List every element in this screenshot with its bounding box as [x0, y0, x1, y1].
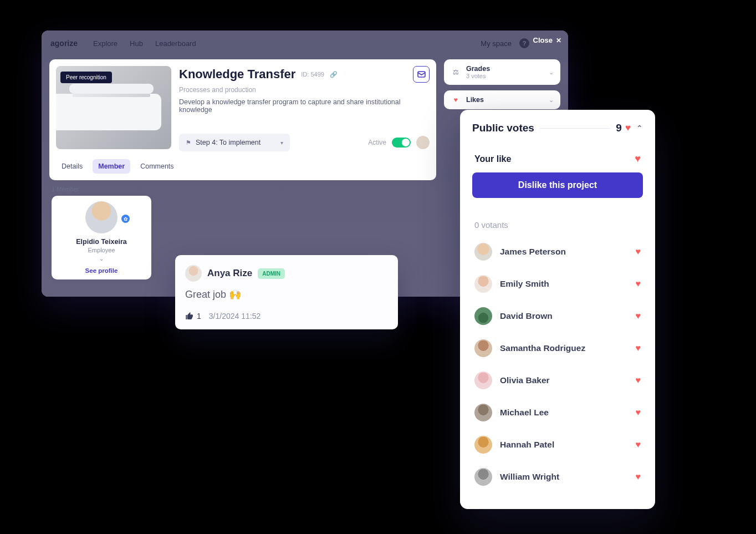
- likes-title: Likes: [466, 96, 484, 104]
- member-count: 1 Member: [52, 186, 79, 192]
- project-id: ID: 5499: [301, 71, 324, 78]
- member-avatar[interactable]: ✿: [85, 201, 118, 233]
- member-role: Employee: [57, 247, 146, 253]
- dislike-button[interactable]: Dislike this project: [472, 172, 643, 198]
- like-button[interactable]: 1: [185, 312, 201, 321]
- voter-name: Hannah Patel: [500, 440, 554, 450]
- votes-title: Public votes: [472, 122, 534, 134]
- grades-sub: 3 votes: [466, 73, 490, 79]
- comment-body: Great job 🙌: [185, 288, 388, 301]
- divider: [540, 128, 610, 129]
- gavel-icon: ⚖: [451, 68, 461, 76]
- chevron-down-icon: ▾: [280, 140, 283, 146]
- voter-name: Olivia Baker: [500, 375, 550, 385]
- tab-comments[interactable]: Comments: [135, 159, 179, 174]
- member-name: Elpidio Teixeira: [57, 238, 146, 246]
- peer-recognition-badge: Peer recognition: [60, 72, 112, 83]
- heart-icon: ♥: [636, 343, 641, 353]
- voter-row[interactable]: Michael Lee ♥: [472, 398, 643, 427]
- heart-icon: ♥: [451, 96, 461, 104]
- voter-name: David Brown: [500, 311, 553, 321]
- close-button[interactable]: Close ✕: [533, 36, 561, 44]
- project-card: Peer recognition Knowledge Transfer ID: …: [49, 59, 436, 180]
- link-icon[interactable]: 🔗: [330, 71, 338, 78]
- close-label: Close: [533, 36, 553, 44]
- voter-avatar: [474, 468, 492, 486]
- heart-icon: ♥: [636, 472, 641, 482]
- voter-avatar: [474, 339, 492, 357]
- heart-icon: ♥: [636, 440, 641, 450]
- voter-row[interactable]: Hannah Patel ♥: [472, 430, 643, 459]
- gear-icon[interactable]: ✿: [121, 215, 130, 223]
- heart-icon[interactable]: ♥: [635, 153, 641, 165]
- votes-count: 9: [616, 122, 622, 134]
- heart-icon: ♥: [636, 375, 641, 385]
- admin-badge: ADMIN: [258, 268, 285, 279]
- voter-name: Emily Smith: [500, 279, 549, 289]
- chevron-down-icon: ⌄: [549, 69, 554, 76]
- flag-icon: ⚑: [186, 139, 191, 146]
- chevron-down-icon[interactable]: ⌄: [57, 256, 146, 262]
- voter-row[interactable]: Olivia Baker ♥: [472, 366, 643, 395]
- voter-name: William Wright: [500, 472, 559, 482]
- like-count: 1: [197, 312, 201, 321]
- comment-avatar[interactable]: [185, 265, 202, 282]
- project-description: Develop a knowledge transfer program to …: [179, 98, 430, 114]
- mail-button[interactable]: [413, 66, 430, 83]
- likes-panel[interactable]: ♥ Likes ⌄: [444, 90, 560, 109]
- project-thumbnail: Peer recognition: [56, 66, 171, 149]
- step-select[interactable]: ⚑ Step 4: To implement ▾: [179, 134, 290, 151]
- voter-avatar: [474, 404, 492, 421]
- voter-avatar: [474, 275, 492, 293]
- active-label: Active: [368, 139, 386, 146]
- project-title: Knowledge Transfer: [179, 67, 295, 82]
- project-tabs: Details Member Comments: [56, 159, 430, 174]
- project-category: Processes and production: [179, 86, 430, 94]
- thumbs-up-icon: [185, 312, 194, 321]
- voter-row[interactable]: James Peterson ♥: [472, 237, 643, 266]
- grades-title: Grades: [466, 65, 490, 73]
- owner-avatar[interactable]: [416, 136, 430, 149]
- tab-member[interactable]: Member: [93, 159, 130, 174]
- your-like-label: Your like: [474, 154, 511, 164]
- heart-icon: ♥: [636, 311, 641, 321]
- chevron-down-icon: ⌄: [549, 96, 554, 104]
- votants-label: 0 votants: [472, 220, 643, 230]
- voter-avatar: [474, 436, 492, 454]
- public-votes-card: Public votes 9 ♥ ⌃ Your like ♥ Dislike t…: [460, 110, 655, 509]
- grades-panel[interactable]: ⚖ Grades 3 votes ⌄: [444, 59, 560, 85]
- heart-icon: ♥: [636, 408, 641, 418]
- close-icon: ✕: [556, 37, 561, 44]
- chevron-up-icon[interactable]: ⌃: [636, 124, 643, 133]
- voter-name: James Peterson: [500, 247, 566, 257]
- step-label: Step 4: To implement: [196, 139, 260, 146]
- svg-rect-0: [418, 72, 425, 77]
- heart-icon: ♥: [636, 247, 641, 257]
- member-card: ✿ Elpidio Teixeira Employee ⌄ See profil…: [52, 196, 151, 279]
- voter-row[interactable]: Emily Smith ♥: [472, 269, 643, 298]
- heart-icon: ♥: [636, 279, 641, 289]
- heart-icon: ♥: [625, 123, 631, 134]
- voter-name: Samantha Rodriguez: [500, 343, 585, 353]
- tab-details[interactable]: Details: [56, 159, 88, 174]
- voter-avatar: [474, 307, 492, 325]
- voter-list: James Peterson ♥ Emily Smith ♥ David Bro…: [472, 237, 643, 491]
- mail-icon: [417, 71, 426, 78]
- comment-card: Anya Rize ADMIN Great job 🙌 1 3/1/2024 1…: [175, 255, 398, 329]
- comment-timestamp: 3/1/2024 11:52: [209, 312, 260, 321]
- voter-avatar: [474, 243, 492, 261]
- voter-row[interactable]: William Wright ♥: [472, 462, 643, 491]
- voter-row[interactable]: Samantha Rodriguez ♥: [472, 334, 643, 363]
- voter-avatar: [474, 372, 492, 389]
- active-toggle[interactable]: [392, 138, 411, 148]
- see-profile-link[interactable]: See profile: [57, 267, 146, 274]
- voter-name: Michael Lee: [500, 408, 549, 418]
- voter-row[interactable]: David Brown ♥: [472, 302, 643, 330]
- comment-author: Anya Rize: [207, 268, 252, 279]
